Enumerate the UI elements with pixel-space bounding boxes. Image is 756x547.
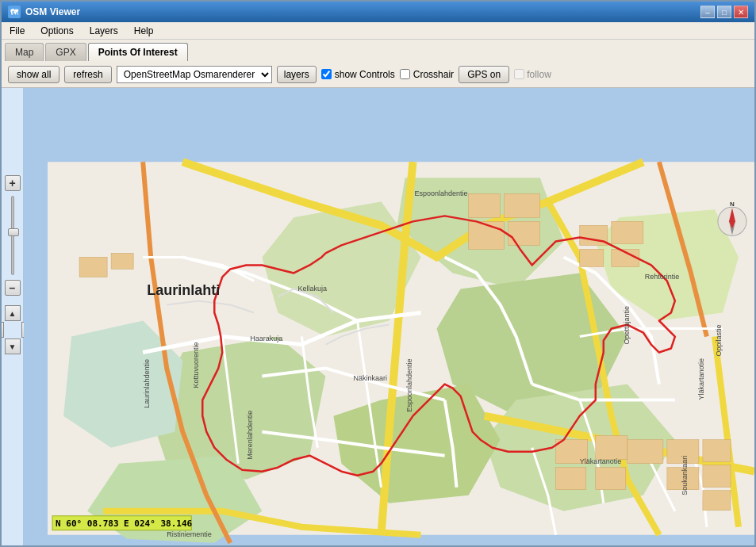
svg-text:Ristiniementie: Ristiniementie: [167, 530, 212, 538]
svg-text:Laurinlahti: Laurinlahti: [147, 282, 220, 298]
show-controls-group: show Controls: [321, 69, 395, 80]
show-controls-label: show Controls: [335, 69, 395, 80]
svg-rect-18: [612, 221, 643, 243]
layers-button[interactable]: layers: [277, 66, 317, 83]
toolbar: show all refresh OpenStreetMap Osmarende…: [2, 61, 754, 88]
svg-rect-25: [596, 468, 626, 490]
tab-gpx[interactable]: GPX: [45, 43, 86, 61]
svg-text:Kellakuja: Kellakuja: [297, 285, 327, 293]
follow-group: follow: [514, 69, 551, 80]
svg-rect-15: [469, 193, 501, 217]
svg-rect-14: [508, 221, 540, 245]
svg-text:Haarakuja: Haarakuja: [250, 335, 282, 342]
svg-text:Merenlahdentie: Merenlahdentie: [246, 411, 254, 460]
maximize-button[interactable]: □: [717, 6, 731, 18]
window-title: OSM Viewer: [25, 6, 80, 17]
svg-text:Espoonlahdentie: Espoonlahdentie: [415, 189, 468, 197]
app-icon: 🗺: [8, 6, 21, 18]
title-bar-left: 🗺 OSM Viewer: [8, 6, 80, 18]
svg-rect-16: [505, 193, 540, 217]
tab-map[interactable]: Map: [5, 43, 44, 61]
renderer-select[interactable]: OpenStreetMap Osmarenderer OpenCycleMap …: [117, 66, 272, 83]
svg-text:N: N: [730, 201, 735, 208]
svg-text:Laurinlahdentie: Laurinlahdentie: [143, 359, 151, 408]
close-button[interactable]: ✕: [734, 6, 748, 18]
show-controls-checkbox[interactable]: [321, 69, 332, 79]
zoom-slider-thumb[interactable]: [8, 228, 19, 236]
svg-rect-19: [580, 249, 604, 266]
minimize-button[interactable]: –: [700, 6, 715, 18]
svg-text:Espoonlahdentie: Espoonlahdentie: [405, 359, 413, 412]
zoom-slider-track: [11, 196, 14, 275]
svg-rect-28: [703, 440, 731, 462]
tab-bar: Map GPX Points Of Interest: [2, 40, 754, 61]
nav-down-button[interactable]: ▼: [5, 339, 21, 354]
svg-text:Näkinkaari: Näkinkaari: [353, 374, 387, 382]
app-window: 🗺 OSM Viewer – □ ✕ File Options Layers H…: [0, 0, 756, 547]
menu-file[interactable]: File: [5, 24, 29, 38]
svg-text:Yläkartanotie: Yläkartanotie: [580, 457, 622, 465]
menu-bar: File Options Layers Help: [2, 22, 754, 40]
crosshair-checkbox[interactable]: [400, 69, 410, 79]
svg-rect-29: [703, 465, 731, 488]
svg-text:Opettajantie: Opettajantie: [623, 306, 631, 345]
svg-text:Oppilastie: Oppilastie: [715, 325, 723, 357]
tab-points-of-interest[interactable]: Points Of Interest: [88, 43, 188, 61]
map-background[interactable]: Laurinlahti Soukka Espoonlahdentie Lauri…: [24, 88, 754, 545]
svg-rect-22: [596, 436, 627, 460]
gps-button[interactable]: GPS on: [459, 66, 509, 83]
zoom-out-button[interactable]: –: [5, 280, 21, 296]
zoom-controls: + –: [5, 175, 21, 296]
nav-empty-bl: [2, 339, 4, 354]
crosshair-group: Crosshair: [400, 69, 454, 80]
svg-rect-24: [556, 468, 586, 490]
show-all-button[interactable]: show all: [8, 66, 59, 83]
nav-center: [5, 322, 21, 338]
svg-text:N 60° 08.783  E 024° 38.146: N 60° 08.783 E 024° 38.146: [56, 518, 193, 529]
left-panel: + – ▲ ◀ ▶ ▼: [2, 88, 24, 545]
svg-text:Rehtorintie: Rehtorintie: [645, 273, 680, 281]
crosshair-label: Crosshair: [413, 69, 454, 80]
follow-checkbox[interactable]: [514, 69, 524, 79]
title-bar: 🗺 OSM Viewer – □ ✕: [2, 2, 754, 22]
menu-options[interactable]: Options: [36, 24, 78, 38]
follow-label: follow: [527, 69, 551, 80]
map-container[interactable]: + – ▲ ◀ ▶ ▼: [2, 88, 754, 545]
nav-left-button[interactable]: ◀: [2, 322, 4, 338]
svg-text:Soukankaari: Soukankaari: [681, 456, 689, 495]
svg-rect-23: [627, 440, 663, 464]
zoom-in-button[interactable]: +: [5, 175, 21, 191]
menu-help[interactable]: Help: [129, 24, 159, 38]
svg-rect-11: [79, 257, 107, 277]
nav-up-button[interactable]: ▲: [5, 305, 21, 321]
svg-rect-12: [111, 253, 133, 269]
nav-empty-tl: [2, 305, 4, 321]
svg-rect-30: [703, 491, 731, 511]
svg-text:Yläkartanotie: Yläkartanotie: [697, 358, 705, 400]
refresh-button[interactable]: refresh: [64, 66, 111, 83]
title-controls: – □ ✕: [700, 6, 748, 18]
menu-layers[interactable]: Layers: [85, 24, 123, 38]
svg-text:Kottuvuorentie: Kottuvuorentie: [192, 342, 200, 388]
